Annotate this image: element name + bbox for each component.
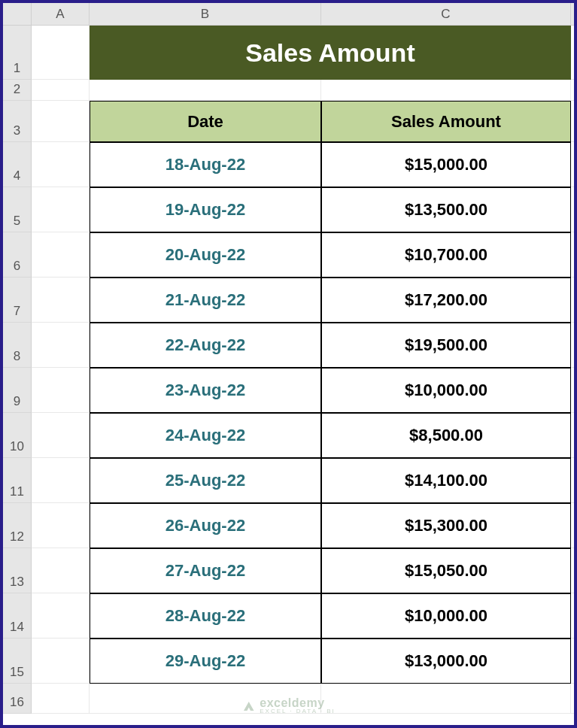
- cell-edge: [571, 368, 577, 413]
- cell-edge-3: [571, 101, 577, 142]
- cell-A8[interactable]: [32, 323, 90, 368]
- cell-A9[interactable]: [32, 368, 90, 413]
- col-header-edge: [571, 3, 577, 26]
- row-header-11[interactable]: 11: [3, 458, 32, 503]
- col-header-C[interactable]: C: [321, 3, 571, 26]
- row-header-14[interactable]: 14: [3, 593, 32, 639]
- cell-amount[interactable]: $17,200.00: [321, 278, 571, 323]
- cell-edge: [571, 503, 577, 548]
- cell-edge-16: [571, 684, 577, 714]
- cell-edge: [571, 413, 577, 458]
- cell-A2[interactable]: [32, 80, 90, 101]
- cell-date[interactable]: 24-Aug-22: [90, 413, 321, 458]
- cell-A16[interactable]: [32, 684, 90, 714]
- row-header-15[interactable]: 15: [3, 639, 32, 684]
- watermark: exceldemy EXCEL · DATA · BI: [241, 697, 336, 714]
- col-header-B[interactable]: B: [90, 3, 321, 26]
- cell-edge: [571, 232, 577, 278]
- cell-amount[interactable]: $15,000.00: [321, 142, 571, 187]
- cell-edge-2: [571, 80, 577, 101]
- cell-amount[interactable]: $14,100.00: [321, 458, 571, 503]
- row-header-12[interactable]: 12: [3, 503, 32, 548]
- cell-amount[interactable]: $19,500.00: [321, 323, 571, 368]
- cell-amount[interactable]: $15,050.00: [321, 548, 571, 593]
- cell-A1[interactable]: [32, 26, 90, 80]
- cell-date[interactable]: 20-Aug-22: [90, 232, 321, 278]
- table-header-amount[interactable]: Sales Amount: [321, 101, 571, 142]
- cell-A13[interactable]: [32, 548, 90, 593]
- row-header-7[interactable]: 7: [3, 278, 32, 323]
- cell-amount[interactable]: $10,000.00: [321, 593, 571, 639]
- row-header-8[interactable]: 8: [3, 323, 32, 368]
- cell-edge: [571, 323, 577, 368]
- cell-A4[interactable]: [32, 142, 90, 187]
- cell-edge: [571, 548, 577, 593]
- cell-A15[interactable]: [32, 639, 90, 684]
- cell-edge: [571, 142, 577, 187]
- cell-A10[interactable]: [32, 413, 90, 458]
- cell-date[interactable]: 21-Aug-22: [90, 278, 321, 323]
- cell-date[interactable]: 25-Aug-22: [90, 458, 321, 503]
- cell-amount[interactable]: $13,500.00: [321, 187, 571, 232]
- title-cell[interactable]: Sales Amount: [90, 26, 571, 80]
- cell-C16[interactable]: [321, 684, 571, 714]
- cell-B2[interactable]: [90, 80, 321, 101]
- cell-A7[interactable]: [32, 278, 90, 323]
- cell-amount[interactable]: $8,500.00: [321, 413, 571, 458]
- cell-date[interactable]: 23-Aug-22: [90, 368, 321, 413]
- row-header-9[interactable]: 9: [3, 368, 32, 413]
- cell-C2[interactable]: [321, 80, 571, 101]
- row-header-16[interactable]: 16: [3, 684, 32, 714]
- row-header-4[interactable]: 4: [3, 142, 32, 187]
- spreadsheet-frame: A B C 1 Sales Amount 2 3 Date Sales Amou…: [0, 0, 577, 728]
- col-header-A[interactable]: A: [32, 3, 90, 26]
- cell-date[interactable]: 18-Aug-22: [90, 142, 321, 187]
- cell-amount[interactable]: $13,000.00: [321, 639, 571, 684]
- cell-amount[interactable]: $10,700.00: [321, 232, 571, 278]
- cell-amount[interactable]: $15,300.00: [321, 503, 571, 548]
- cell-edge: [571, 639, 577, 684]
- cell-date[interactable]: 29-Aug-22: [90, 639, 321, 684]
- cell-A5[interactable]: [32, 187, 90, 232]
- cell-A14[interactable]: [32, 593, 90, 639]
- row-header-6[interactable]: 6: [3, 232, 32, 278]
- row-header-13[interactable]: 13: [3, 548, 32, 593]
- exceldemy-logo-icon: [241, 699, 255, 713]
- cell-A3[interactable]: [32, 101, 90, 142]
- row-header-2[interactable]: 2: [3, 80, 32, 101]
- cell-edge: [571, 187, 577, 232]
- cell-edge: [571, 593, 577, 639]
- cell-edge: [571, 458, 577, 503]
- cell-A12[interactable]: [32, 503, 90, 548]
- watermark-tagline: EXCEL · DATA · BI: [260, 708, 336, 714]
- cell-date[interactable]: 22-Aug-22: [90, 323, 321, 368]
- cell-A11[interactable]: [32, 458, 90, 503]
- table-header-date[interactable]: Date: [90, 101, 321, 142]
- row-header-1[interactable]: 1: [3, 26, 32, 80]
- row-header-5[interactable]: 5: [3, 187, 32, 232]
- cell-date[interactable]: 27-Aug-22: [90, 548, 321, 593]
- select-all-corner[interactable]: [3, 3, 32, 26]
- cell-edge: [571, 278, 577, 323]
- row-header-10[interactable]: 10: [3, 413, 32, 458]
- cell-amount[interactable]: $10,000.00: [321, 368, 571, 413]
- row-header-3[interactable]: 3: [3, 101, 32, 142]
- cell-date[interactable]: 28-Aug-22: [90, 593, 321, 639]
- cell-edge-1: [571, 26, 577, 80]
- cell-date[interactable]: 19-Aug-22: [90, 187, 321, 232]
- cell-date[interactable]: 26-Aug-22: [90, 503, 321, 548]
- cell-A6[interactable]: [32, 232, 90, 278]
- spreadsheet-grid: A B C 1 Sales Amount 2 3 Date Sales Amou…: [3, 3, 574, 714]
